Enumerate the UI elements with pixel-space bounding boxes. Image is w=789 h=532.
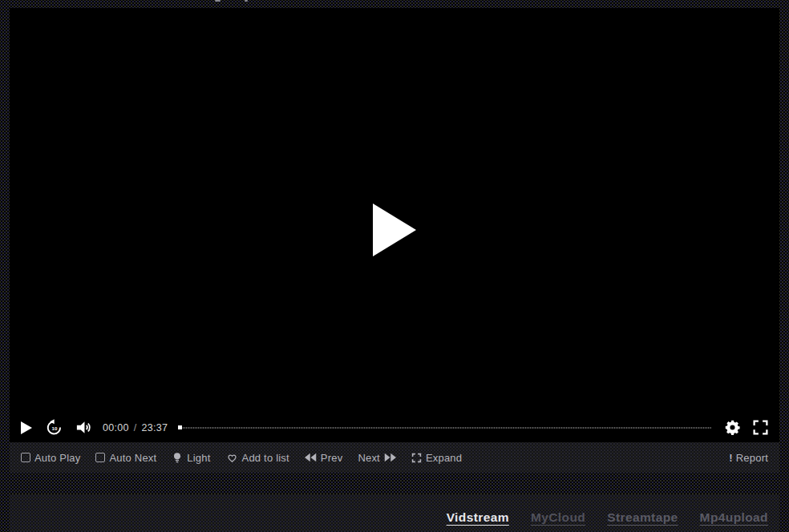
player-control-bar: 10 00:00 / 23:37 <box>10 413 779 442</box>
exclamation-icon: ! <box>729 452 733 464</box>
auto-play-label: Auto Play <box>34 452 80 464</box>
server-streamtape[interactable]: Streamtape <box>607 510 678 525</box>
server-mycloud[interactable]: MyCloud <box>531 510 585 525</box>
server-mp4upload[interactable]: Mp4upload <box>700 510 768 525</box>
play-icon <box>20 421 32 434</box>
time-separator: / <box>134 422 137 433</box>
light-toggle[interactable]: Light <box>172 452 210 464</box>
next-icon <box>384 453 396 462</box>
auto-next-checkbox[interactable] <box>95 453 105 462</box>
report-button[interactable]: ! Report <box>729 452 768 464</box>
report-label: Report <box>736 452 768 464</box>
duration: 23:37 <box>142 422 168 433</box>
server-selector: Vidstream MyCloud Streamtape Mp4upload <box>10 494 779 532</box>
progress-playhead[interactable] <box>178 425 182 429</box>
heart-icon <box>226 452 238 463</box>
expand-button[interactable]: Expand <box>411 452 462 464</box>
next-episode-button[interactable]: Next <box>358 452 396 464</box>
auto-next-toggle[interactable]: Auto Next <box>95 452 156 464</box>
add-to-list-label: Add to list <box>242 452 289 464</box>
page: { "video_player": { "state": "paused", "… <box>0 0 789 532</box>
auto-play-checkbox[interactable] <box>21 453 30 462</box>
play-button[interactable] <box>20 421 32 434</box>
light-label: Light <box>187 452 210 464</box>
progress-bar[interactable] <box>179 427 711 429</box>
auto-play-toggle[interactable]: Auto Play <box>21 452 80 464</box>
clipped-title-fragment <box>245 0 248 2</box>
volume-button[interactable] <box>75 418 93 437</box>
fullscreen-icon <box>752 419 769 436</box>
rewind-10-icon: 10 <box>45 418 63 437</box>
player-toolbar: Auto Play Auto Next Light Add to list Pr… <box>10 442 779 473</box>
fullscreen-button[interactable] <box>752 419 769 436</box>
prev-label: Prev <box>321 452 343 464</box>
settings-button[interactable] <box>724 419 741 436</box>
prev-icon <box>305 453 317 462</box>
lightbulb-icon <box>172 452 183 464</box>
volume-icon <box>75 418 93 437</box>
expand-label: Expand <box>426 452 462 464</box>
next-label: Next <box>358 452 380 464</box>
server-vidstream[interactable]: Vidstream <box>447 510 509 525</box>
gear-icon <box>724 419 741 436</box>
video-player[interactable]: 10 00:00 / 23:37 <box>10 8 779 442</box>
big-play-button[interactable] <box>373 204 416 256</box>
expand-icon <box>411 453 422 463</box>
add-to-list-button[interactable]: Add to list <box>226 452 289 464</box>
auto-next-label: Auto Next <box>109 452 156 464</box>
time-display: 00:00 / 23:37 <box>103 422 168 433</box>
rewind-10-button[interactable]: 10 <box>45 418 63 437</box>
current-time: 00:00 <box>103 422 129 433</box>
clipped-title-fragment <box>215 0 221 2</box>
svg-text:10: 10 <box>52 425 58 431</box>
prev-episode-button[interactable]: Prev <box>305 452 343 464</box>
